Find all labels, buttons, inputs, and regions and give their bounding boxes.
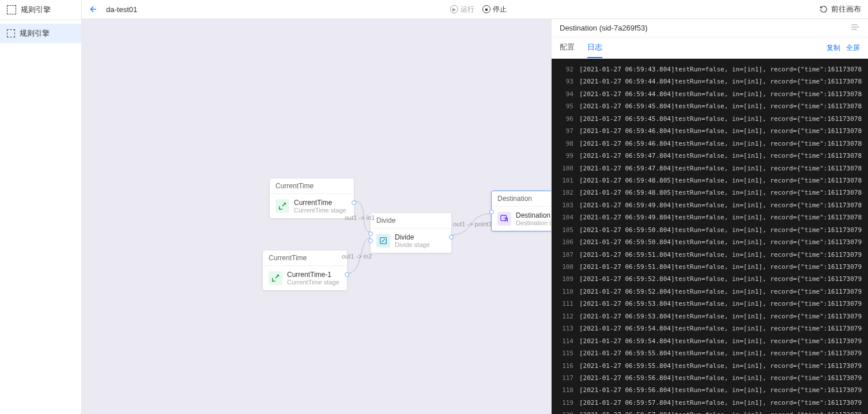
log-line-number: 95 xyxy=(557,100,573,112)
log-line-number: 92 xyxy=(557,63,573,75)
node-text: CurrentTimeCurrentTime stage xyxy=(294,199,346,214)
log-line-text: [2021-01-27 06:59:49.804]testRun=false, … xyxy=(579,211,862,223)
log-line-number: 97 xyxy=(557,125,573,137)
node-subtitle: CurrentTime stage xyxy=(287,279,339,286)
log-line: 113[2021-01-27 06:59:54.804]testRun=fals… xyxy=(552,322,868,335)
log-line: 108[2021-01-27 06:59:51.804]testRun=fals… xyxy=(552,261,868,273)
port-out[interactable] xyxy=(449,235,454,240)
tab-config[interactable]: 配置 xyxy=(560,37,575,58)
node-n4[interactable]: DestinationDestinationDestination stage xyxy=(491,191,551,231)
node-title: CurrentTime xyxy=(294,199,346,207)
sidebar-item-label: 规则引擎 xyxy=(20,28,50,39)
log-line: 99[2021-01-27 06:59:47.804]testRun=false… xyxy=(552,150,868,162)
node-header: Destination xyxy=(492,191,551,207)
page-title: da-test01 xyxy=(106,5,137,14)
log-line: 100[2021-01-27 06:59:47.804]testRun=fals… xyxy=(552,162,868,174)
node-n2[interactable]: DivideDivideDivide stage xyxy=(371,213,451,253)
log-line-number: 114 xyxy=(557,335,573,347)
log-line: 111[2021-01-27 06:59:53.804]testRun=fals… xyxy=(552,298,868,310)
topbar: da-test01 ▶ 运行 ■ 停止 前往画布 xyxy=(82,0,868,19)
node-header: Divide xyxy=(371,213,451,229)
log-line-number: 109 xyxy=(557,273,573,285)
log-line-text: [2021-01-27 06:59:48.805]testRun=false, … xyxy=(579,187,862,199)
log-line: 107[2021-01-27 06:59:51.804]testRun=fals… xyxy=(552,249,868,261)
log-line: 98[2021-01-27 06:59:46.804]testRun=false… xyxy=(552,138,868,150)
log-line-number: 105 xyxy=(557,224,573,236)
log-line: 94[2021-01-27 06:59:44.804]testRun=false… xyxy=(552,88,868,100)
node-subtitle: Divide stage xyxy=(395,241,430,248)
node-text: CurrentTime-1CurrentTime stage xyxy=(287,271,339,286)
log-line-text: [2021-01-27 06:59:52.804]testRun=false, … xyxy=(579,286,862,298)
log-line-number: 115 xyxy=(557,347,573,359)
log-line: 109[2021-01-27 06:59:52.804]testRun=fals… xyxy=(552,273,868,285)
log-line-number: 118 xyxy=(557,384,573,396)
log-line-text: [2021-01-27 06:59:52.804]testRun=false, … xyxy=(579,273,862,285)
fullscreen-button[interactable]: 全屏 xyxy=(846,39,860,58)
sidebar-header-title: 规则引擎 xyxy=(21,5,51,15)
node-type-icon xyxy=(376,234,390,248)
node-title: Divide xyxy=(395,233,430,241)
tab-logs[interactable]: 日志 xyxy=(587,37,602,58)
back-button[interactable] xyxy=(89,5,98,14)
sidebar-item-rules-engine[interactable]: 规则引擎 xyxy=(0,24,81,43)
port-out[interactable] xyxy=(352,200,356,205)
main: da-test01 ▶ 运行 ■ 停止 前往画布 CurrentTi xyxy=(82,0,868,414)
log-line-number: 100 xyxy=(557,162,573,174)
log-line-text: [2021-01-27 06:59:49.804]testRun=false, … xyxy=(579,199,862,211)
node-text: DestinationDestination stage xyxy=(516,211,551,226)
log-line-text: [2021-01-27 06:59:50.804]testRun=false, … xyxy=(579,224,862,236)
log-line: 110[2021-01-27 06:59:52.804]testRun=fals… xyxy=(552,286,868,298)
log-line-text: [2021-01-27 06:59:47.804]testRun=false, … xyxy=(579,150,862,162)
log-line-text: [2021-01-27 06:59:51.804]testRun=false, … xyxy=(579,249,862,261)
log-line-text: [2021-01-27 06:59:55.804]testRun=false, … xyxy=(579,347,862,359)
port-in[interactable] xyxy=(368,231,373,236)
canvas[interactable]: CurrentTimeCurrentTimeCurrentTime stageD… xyxy=(82,19,551,414)
log-line-number: 116 xyxy=(557,360,573,372)
node-subtitle: CurrentTime stage xyxy=(294,207,346,214)
log-line-text: [2021-01-27 06:59:53.804]testRun=false, … xyxy=(579,310,862,322)
node-type-icon xyxy=(269,271,282,285)
log-line: 114[2021-01-27 06:59:54.804]testRun=fals… xyxy=(552,335,868,347)
rules-engine-icon xyxy=(7,29,15,37)
run-label: 运行 xyxy=(461,5,474,14)
log-line-number: 107 xyxy=(557,249,573,261)
log-line: 102[2021-01-27 06:59:48.805]testRun=fals… xyxy=(552,187,868,199)
log-line-text: [2021-01-27 06:59:54.804]testRun=false, … xyxy=(579,335,862,347)
node-type-icon xyxy=(497,212,511,226)
log-line: 115[2021-01-27 06:59:55.804]testRun=fals… xyxy=(552,347,868,359)
node-body: DestinationDestination stage xyxy=(492,207,551,231)
log-line: 119[2021-01-27 06:59:57.804]testRun=fals… xyxy=(552,397,868,409)
log-line: 106[2021-01-27 06:59:50.804]testRun=fals… xyxy=(552,236,868,248)
stop-button[interactable]: ■ 停止 xyxy=(482,5,507,14)
inspector-settings-button[interactable] xyxy=(851,24,860,32)
node-n3[interactable]: CurrentTimeCurrentTime-1CurrentTime stag… xyxy=(263,250,347,290)
sidebar: 规则引擎 规则引擎 xyxy=(0,0,82,414)
run-button[interactable]: ▶ 运行 xyxy=(450,5,474,14)
log-line: 92[2021-01-27 06:59:43.804]testRun=false… xyxy=(552,63,868,75)
goto-canvas-button[interactable]: 前往画布 xyxy=(820,4,861,14)
copy-button[interactable]: 复制 xyxy=(827,39,840,58)
edge-label: out1 -> in2 xyxy=(342,253,372,260)
log-line-number: 120 xyxy=(557,409,573,414)
edge-label: out1 -> point1 xyxy=(453,221,492,227)
node-body: CurrentTimeCurrentTime stage xyxy=(270,194,354,218)
node-n1[interactable]: CurrentTimeCurrentTimeCurrentTime stage xyxy=(270,178,354,218)
stop-label: 停止 xyxy=(493,5,507,14)
log-area[interactable]: 92[2021-01-27 06:59:43.804]testRun=false… xyxy=(552,59,868,414)
log-line: 105[2021-01-27 06:59:50.804]testRun=fals… xyxy=(552,224,868,236)
log-line-text: [2021-01-27 06:59:45.804]testRun=false, … xyxy=(579,113,862,125)
log-line-number: 110 xyxy=(557,286,573,298)
node-subtitle: Destination stage xyxy=(516,219,551,226)
log-line-number: 119 xyxy=(557,397,573,409)
log-line: 116[2021-01-27 06:59:55.804]testRun=fals… xyxy=(552,360,868,372)
log-line: 97[2021-01-27 06:59:46.804]testRun=false… xyxy=(552,125,868,137)
rules-engine-icon xyxy=(7,5,16,14)
log-line-text: [2021-01-27 06:59:53.804]testRun=false, … xyxy=(579,298,862,310)
port-in2[interactable] xyxy=(368,238,373,243)
port-in[interactable] xyxy=(489,210,494,214)
log-line: 101[2021-01-27 06:59:48.805]testRun=fals… xyxy=(552,174,868,187)
port-out[interactable] xyxy=(345,272,349,277)
log-line: 112[2021-01-27 06:59:53.804]testRun=fals… xyxy=(552,310,868,322)
log-line-text: [2021-01-27 06:59:43.804]testRun=false, … xyxy=(579,63,862,75)
content: CurrentTimeCurrentTimeCurrentTime stageD… xyxy=(82,19,868,414)
